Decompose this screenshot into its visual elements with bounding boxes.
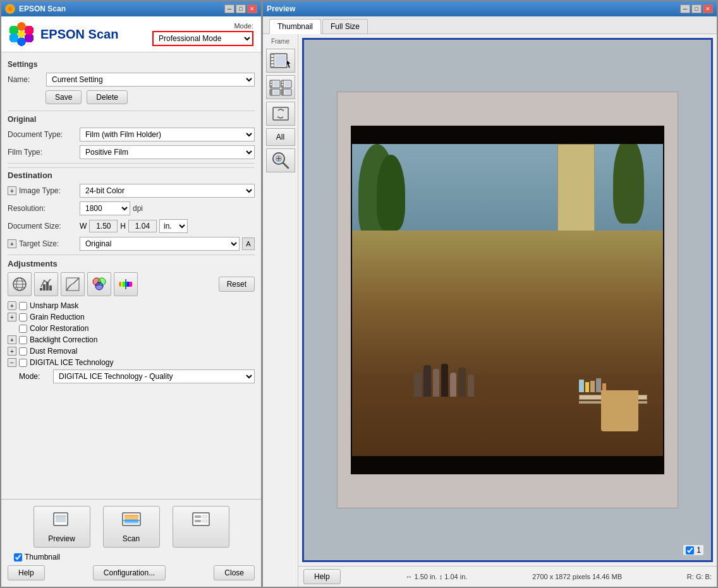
svg-rect-48 — [281, 89, 284, 95]
minimize-button[interactable]: ─ — [224, 4, 234, 13]
digital-ice-checkbox[interactable] — [19, 359, 27, 367]
settings-btn-row: Save Delete — [46, 90, 255, 104]
thumbnail-check-row: Thumbnail — [14, 553, 255, 561]
frame-select-checkbox[interactable] — [686, 546, 694, 555]
reset-button[interactable]: Reset — [219, 277, 255, 292]
hue-saturation-icon[interactable] — [114, 272, 138, 296]
epson-logo: EPSON Scan — [9, 21, 118, 47]
maximize-button[interactable]: □ — [236, 4, 246, 13]
dust-removal-row: + Dust Removal — [8, 347, 255, 356]
preview-btn-label: Preview — [48, 534, 75, 543]
film-type-select[interactable]: Positive Film Color Negative Film B&W Ne… — [80, 145, 255, 159]
target-expand[interactable]: + — [8, 239, 16, 248]
film-type-label: Film Type: — [8, 148, 77, 157]
backlight-correction-label: Backlight Correction — [30, 335, 97, 344]
document-type-select[interactable]: Film (with Film Holder) Reflective — [80, 128, 255, 141]
adjustments-label: Adjustments — [8, 259, 255, 268]
tone-correction-icon[interactable] — [61, 272, 85, 296]
status-dimensions: ↔ 1.50 in. ↕ 1.04 in. — [406, 573, 468, 580]
close-button[interactable]: ✕ — [247, 4, 257, 13]
help-button[interactable]: Help — [8, 565, 45, 580]
digital-ice-mode-select[interactable]: DIGITAL ICE Technology - Quality DIGITAL… — [53, 369, 255, 383]
preview-button[interactable]: Preview — [33, 506, 90, 548]
lock-button[interactable]: A — [242, 237, 255, 250]
all-button[interactable]: All — [266, 128, 295, 146]
epson-header: EPSON Scan Mode: Professional Mode Home … — [1, 16, 261, 52]
preview-window: Preview ─ □ ✕ Thumbnail Full Size Frame — [262, 0, 718, 588]
mode-select[interactable]: Professional Mode Home Mode Office Mode — [152, 31, 253, 46]
frame-label: Frame — [271, 38, 289, 45]
frame-icon-1[interactable] — [266, 49, 295, 73]
dust-removal-label: Dust Removal — [30, 347, 77, 356]
preview-help-button[interactable]: Help — [303, 569, 341, 584]
titlebar-left: EPSON Scan — [5, 4, 66, 14]
docsize-w-label: W — [80, 222, 87, 231]
svg-rect-24 — [202, 515, 207, 518]
digital-ice-expand[interactable]: − — [8, 358, 16, 367]
svg-rect-20 — [125, 515, 138, 524]
color-restoration-checkbox[interactable] — [19, 325, 27, 333]
image-type-expand[interactable]: + — [8, 186, 16, 195]
svg-rect-49 — [285, 90, 290, 94]
svg-line-52 — [283, 163, 288, 168]
color-restoration-row: Color Restoration — [8, 324, 255, 333]
frame-number-label: 1 — [697, 546, 701, 555]
grain-reduction-expand[interactable]: + — [8, 313, 16, 321]
target-with-icon: + Target Size: — [8, 239, 77, 248]
scan-icon — [122, 510, 141, 532]
svg-point-13 — [95, 282, 103, 290]
epson-main-content: Settings Name: Current Setting Save Dele… — [1, 52, 261, 499]
rotate-icon[interactable] — [266, 102, 295, 126]
preview-minimize-button[interactable]: ─ — [680, 4, 690, 13]
preview-window-controls: ─ □ ✕ — [680, 4, 713, 13]
preview-close-button[interactable]: ✕ — [703, 4, 713, 13]
thumbnail-label: Thumbnail — [25, 553, 60, 561]
digital-ice-row: − DIGITAL ICE Technology — [8, 358, 255, 367]
settings-name-row: Name: Current Setting — [8, 73, 255, 87]
grain-reduction-checkbox[interactable] — [19, 313, 27, 321]
zoom-button[interactable] — [266, 148, 295, 172]
close-epson-button[interactable]: Close — [214, 565, 255, 580]
preview-tabs: Thumbnail Full Size — [263, 16, 717, 34]
docsize-w-input[interactable] — [89, 220, 118, 232]
preview-icon — [52, 510, 71, 532]
settings-label: Settings — [8, 60, 255, 69]
scan-btn-label: Scan — [123, 534, 140, 543]
configuration-icon-button[interactable] — [173, 506, 229, 548]
unit-select[interactable]: in. cm px — [159, 219, 188, 233]
image-type-label: Image Type: — [19, 186, 88, 195]
color-balance-icon[interactable] — [87, 272, 111, 296]
histogram-icon[interactable] — [34, 272, 58, 296]
scan-button[interactable]: Scan — [103, 506, 160, 548]
dust-removal-checkbox[interactable] — [19, 347, 27, 356]
unsharp-mask-expand[interactable]: + — [8, 301, 16, 310]
thumbnail-tab[interactable]: Thumbnail — [269, 19, 321, 34]
docsize-h-label: H — [120, 222, 126, 231]
preview-maximize-button[interactable]: □ — [691, 4, 702, 13]
thumbnail-checkbox[interactable] — [14, 553, 22, 561]
target-size-select[interactable]: Original Custom — [80, 237, 240, 251]
image-type-select[interactable]: 24-bit Color 8-bit Grayscale Black & Whi… — [80, 184, 255, 198]
fullsize-tab[interactable]: Full Size — [322, 19, 368, 33]
color-settings-icon[interactable] — [8, 272, 32, 296]
delete-button[interactable]: Delete — [87, 90, 128, 104]
docsize-h-input[interactable] — [128, 220, 157, 232]
document-type-label: Document Type: — [8, 130, 77, 139]
unsharp-mask-row: + Unsharp Mask — [8, 301, 255, 310]
svg-rect-6 — [43, 284, 46, 291]
configuration-button[interactable]: Configuration... — [93, 565, 166, 580]
resolution-select[interactable]: 1800 300 600 1200 2400 4800 — [80, 201, 130, 215]
backlight-correction-checkbox[interactable] — [19, 336, 27, 344]
docsize-inputs: W H in. cm px — [80, 219, 188, 233]
svg-rect-45 — [270, 89, 272, 95]
backlight-correction-row: + Backlight Correction — [8, 335, 255, 344]
svg-rect-36 — [271, 81, 272, 83]
svg-rect-41 — [282, 81, 283, 83]
dust-removal-expand[interactable]: + — [8, 347, 16, 356]
digital-ice-label: DIGITAL ICE Technology — [30, 358, 114, 367]
settings-name-select[interactable]: Current Setting — [46, 73, 255, 87]
unsharp-mask-checkbox[interactable] — [19, 302, 27, 310]
frame-icon-2[interactable] — [266, 75, 295, 99]
save-button[interactable]: Save — [46, 90, 82, 104]
backlight-expand[interactable]: + — [8, 335, 16, 344]
